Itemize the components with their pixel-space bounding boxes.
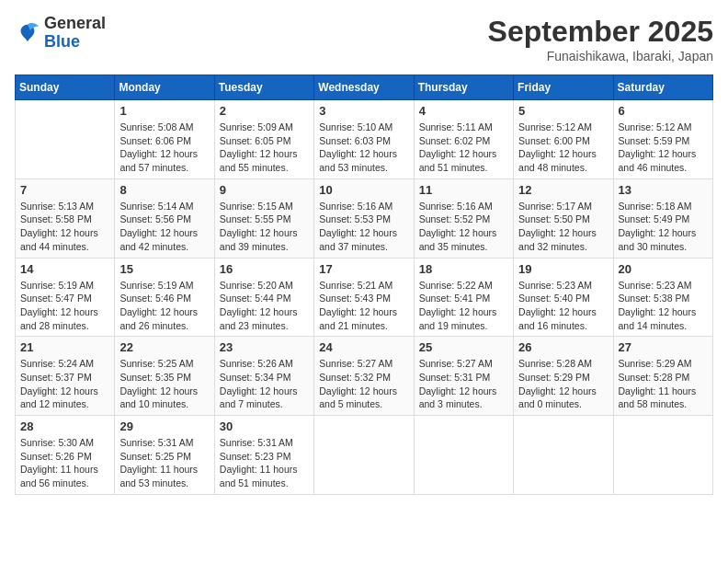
- day-info: Sunrise: 5:21 AMSunset: 5:43 PMDaylight:…: [319, 279, 408, 333]
- day-number: 14: [20, 262, 109, 276]
- calendar-cell: [314, 416, 414, 495]
- calendar-cell: 26Sunrise: 5:28 AMSunset: 5:29 PMDayligh…: [514, 337, 613, 416]
- day-info: Sunrise: 5:31 AMSunset: 5:23 PMDaylight:…: [220, 436, 309, 490]
- day-info: Sunrise: 5:09 AMSunset: 6:05 PMDaylight:…: [220, 121, 309, 175]
- day-number: 28: [20, 419, 109, 433]
- calendar-cell: 8Sunrise: 5:14 AMSunset: 5:56 PMDaylight…: [115, 178, 214, 258]
- day-info: Sunrise: 5:12 AMSunset: 6:00 PMDaylight:…: [518, 121, 608, 175]
- calendar-week-row: 28Sunrise: 5:30 AMSunset: 5:26 PMDayligh…: [16, 416, 713, 495]
- day-info: Sunrise: 5:27 AMSunset: 5:32 PMDaylight:…: [319, 357, 408, 411]
- day-info: Sunrise: 5:25 AMSunset: 5:35 PMDaylight:…: [119, 357, 209, 411]
- day-number: 1: [119, 104, 209, 118]
- calendar-cell: 22Sunrise: 5:25 AMSunset: 5:35 PMDayligh…: [115, 337, 214, 416]
- calendar-cell: 9Sunrise: 5:15 AMSunset: 5:55 PMDaylight…: [214, 178, 313, 258]
- day-number: 3: [319, 104, 408, 118]
- calendar-cell: 5Sunrise: 5:12 AMSunset: 6:00 PMDaylight…: [514, 100, 613, 179]
- calendar-cell: 18Sunrise: 5:22 AMSunset: 5:41 PMDayligh…: [414, 258, 513, 337]
- day-info: Sunrise: 5:08 AMSunset: 6:06 PMDaylight:…: [119, 121, 209, 175]
- day-number: 15: [119, 262, 209, 276]
- calendar-week-row: 1Sunrise: 5:08 AMSunset: 6:06 PMDaylight…: [16, 100, 713, 179]
- calendar-header-row: SundayMondayTuesdayWednesdayThursdayFrid…: [16, 75, 713, 100]
- day-info: Sunrise: 5:14 AMSunset: 5:56 PMDaylight:…: [119, 200, 209, 254]
- day-number: 12: [518, 183, 608, 197]
- day-info: Sunrise: 5:17 AMSunset: 5:50 PMDaylight:…: [518, 200, 608, 254]
- calendar-cell: 11Sunrise: 5:16 AMSunset: 5:52 PMDayligh…: [414, 178, 513, 258]
- calendar-cell: 21Sunrise: 5:24 AMSunset: 5:37 PMDayligh…: [16, 337, 115, 416]
- logo: General Blue: [15, 15, 106, 52]
- day-number: 11: [419, 183, 508, 197]
- day-number: 25: [419, 340, 508, 354]
- calendar-cell: 19Sunrise: 5:23 AMSunset: 5:40 PMDayligh…: [514, 258, 613, 337]
- calendar-cell: 4Sunrise: 5:11 AMSunset: 6:02 PMDaylight…: [414, 100, 513, 179]
- calendar-cell: 1Sunrise: 5:08 AMSunset: 6:06 PMDaylight…: [115, 100, 214, 179]
- weekday-header-friday: Friday: [514, 75, 613, 100]
- day-number: 2: [220, 104, 309, 118]
- calendar-cell: 12Sunrise: 5:17 AMSunset: 5:50 PMDayligh…: [514, 178, 613, 258]
- calendar-cell: 15Sunrise: 5:19 AMSunset: 5:46 PMDayligh…: [115, 258, 214, 337]
- day-number: 13: [619, 183, 708, 197]
- day-number: 24: [319, 340, 408, 354]
- day-info: Sunrise: 5:24 AMSunset: 5:37 PMDaylight:…: [20, 357, 109, 411]
- day-number: 19: [518, 262, 608, 276]
- day-number: 4: [419, 104, 508, 118]
- day-info: Sunrise: 5:23 AMSunset: 5:40 PMDaylight:…: [518, 279, 608, 333]
- day-number: 5: [518, 104, 608, 118]
- weekday-header-thursday: Thursday: [414, 75, 513, 100]
- day-number: 7: [20, 183, 109, 197]
- weekday-header-saturday: Saturday: [613, 75, 712, 100]
- calendar-cell: [613, 416, 712, 495]
- calendar-cell: 17Sunrise: 5:21 AMSunset: 5:43 PMDayligh…: [314, 258, 414, 337]
- day-info: Sunrise: 5:28 AMSunset: 5:29 PMDaylight:…: [518, 357, 608, 411]
- day-info: Sunrise: 5:22 AMSunset: 5:41 PMDaylight:…: [419, 279, 508, 333]
- calendar-table: SundayMondayTuesdayWednesdayThursdayFrid…: [15, 75, 713, 495]
- calendar-cell: 7Sunrise: 5:13 AMSunset: 5:58 PMDaylight…: [16, 178, 115, 258]
- weekday-header-sunday: Sunday: [16, 75, 115, 100]
- calendar-cell: 6Sunrise: 5:12 AMSunset: 5:59 PMDaylight…: [613, 100, 712, 179]
- day-info: Sunrise: 5:19 AMSunset: 5:46 PMDaylight:…: [119, 279, 209, 333]
- day-info: Sunrise: 5:16 AMSunset: 5:52 PMDaylight:…: [419, 200, 508, 254]
- day-info: Sunrise: 5:30 AMSunset: 5:26 PMDaylight:…: [20, 436, 109, 490]
- calendar-cell: 16Sunrise: 5:20 AMSunset: 5:44 PMDayligh…: [214, 258, 313, 337]
- calendar-cell: 24Sunrise: 5:27 AMSunset: 5:32 PMDayligh…: [314, 337, 414, 416]
- calendar-cell: 14Sunrise: 5:19 AMSunset: 5:47 PMDayligh…: [16, 258, 115, 337]
- day-number: 29: [119, 419, 209, 433]
- day-info: Sunrise: 5:16 AMSunset: 5:53 PMDaylight:…: [319, 200, 408, 254]
- day-number: 26: [518, 340, 608, 354]
- logo-bird-icon: [15, 20, 40, 46]
- day-info: Sunrise: 5:27 AMSunset: 5:31 PMDaylight:…: [419, 357, 508, 411]
- day-info: Sunrise: 5:18 AMSunset: 5:49 PMDaylight:…: [619, 200, 708, 254]
- logo-blue-text: Blue: [44, 33, 106, 52]
- day-number: 17: [319, 262, 408, 276]
- calendar-cell: 25Sunrise: 5:27 AMSunset: 5:31 PMDayligh…: [414, 337, 513, 416]
- day-number: 10: [319, 183, 408, 197]
- calendar-cell: [16, 100, 115, 179]
- calendar-week-row: 7Sunrise: 5:13 AMSunset: 5:58 PMDaylight…: [16, 178, 713, 258]
- day-number: 8: [119, 183, 209, 197]
- day-info: Sunrise: 5:20 AMSunset: 5:44 PMDaylight:…: [220, 279, 309, 333]
- calendar-cell: 3Sunrise: 5:10 AMSunset: 6:03 PMDaylight…: [314, 100, 414, 179]
- day-info: Sunrise: 5:15 AMSunset: 5:55 PMDaylight:…: [220, 200, 309, 254]
- day-number: 23: [220, 340, 309, 354]
- day-info: Sunrise: 5:31 AMSunset: 5:25 PMDaylight:…: [119, 436, 209, 490]
- day-number: 22: [119, 340, 209, 354]
- day-info: Sunrise: 5:26 AMSunset: 5:34 PMDaylight:…: [220, 357, 309, 411]
- day-number: 6: [619, 104, 708, 118]
- calendar-cell: 2Sunrise: 5:09 AMSunset: 6:05 PMDaylight…: [214, 100, 313, 179]
- weekday-header-tuesday: Tuesday: [214, 75, 313, 100]
- day-number: 21: [20, 340, 109, 354]
- calendar-cell: 30Sunrise: 5:31 AMSunset: 5:23 PMDayligh…: [214, 416, 313, 495]
- calendar-cell: [514, 416, 613, 495]
- day-info: Sunrise: 5:29 AMSunset: 5:28 PMDaylight:…: [619, 357, 708, 411]
- day-info: Sunrise: 5:19 AMSunset: 5:47 PMDaylight:…: [20, 279, 109, 333]
- calendar-cell: 28Sunrise: 5:30 AMSunset: 5:26 PMDayligh…: [16, 416, 115, 495]
- day-number: 20: [619, 262, 708, 276]
- calendar-week-row: 14Sunrise: 5:19 AMSunset: 5:47 PMDayligh…: [16, 258, 713, 337]
- day-number: 27: [619, 340, 708, 354]
- page-header: General Blue September 2025 Funaishikawa…: [15, 15, 713, 63]
- calendar-cell: 29Sunrise: 5:31 AMSunset: 5:25 PMDayligh…: [115, 416, 214, 495]
- calendar-cell: 27Sunrise: 5:29 AMSunset: 5:28 PMDayligh…: [613, 337, 712, 416]
- day-info: Sunrise: 5:13 AMSunset: 5:58 PMDaylight:…: [20, 200, 109, 254]
- calendar-cell: 10Sunrise: 5:16 AMSunset: 5:53 PMDayligh…: [314, 178, 414, 258]
- calendar-cell: 23Sunrise: 5:26 AMSunset: 5:34 PMDayligh…: [214, 337, 313, 416]
- day-info: Sunrise: 5:23 AMSunset: 5:38 PMDaylight:…: [619, 279, 708, 333]
